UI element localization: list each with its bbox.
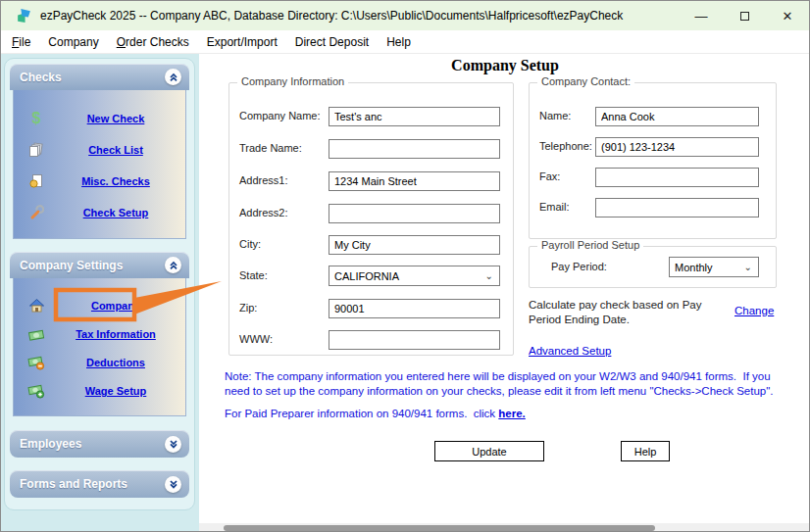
maximize-button[interactable]	[723, 1, 766, 30]
wrench-icon	[26, 204, 46, 221]
sidebar-item-deductions[interactable]: Deductions	[14, 350, 185, 375]
payroll-period-group: Payroll Period Setup Pay Period: Monthly…	[529, 246, 777, 288]
sidebar-item-check-setup[interactable]: Check Setup	[14, 198, 185, 227]
chevron-up-double-icon	[168, 72, 179, 83]
app-logo-icon	[16, 8, 32, 24]
sidebar-item-check-list[interactable]: Check List	[14, 135, 185, 165]
collapse-company-settings-button[interactable]	[165, 257, 181, 273]
sidebar-item-company[interactable]: Company	[14, 293, 185, 318]
chevron-down-icon: ⌄	[744, 262, 752, 272]
money-bill-icon	[26, 325, 46, 343]
www-input[interactable]	[329, 330, 500, 350]
company-information-legend: Company Information	[237, 75, 348, 87]
panel-employees: Employees	[10, 430, 189, 458]
wage-setup-link[interactable]: Wage Setup	[85, 385, 147, 397]
deductions-link[interactable]: Deductions	[86, 357, 145, 368]
menu-file[interactable]: File	[3, 32, 39, 52]
house-icon	[26, 297, 46, 314]
menu-help[interactable]: Help	[378, 32, 420, 52]
company-contact-legend: Company Contact:	[537, 75, 634, 87]
menu-order-checks[interactable]: Order Checks	[108, 32, 198, 52]
close-button[interactable]: ✕	[766, 1, 809, 30]
expand-forms-reports-button[interactable]	[165, 476, 181, 493]
sidebar: Checks $ New Check	[1, 54, 199, 532]
preparer-line: For Paid Preparer information on 940/941…	[225, 407, 785, 421]
change-link[interactable]: Change	[734, 305, 774, 316]
trade-name-input[interactable]	[329, 139, 500, 159]
scrollbar-thumb[interactable]	[224, 525, 655, 531]
panel-header-checks[interactable]: Checks	[10, 64, 189, 90]
company-link[interactable]: Company	[91, 300, 140, 312]
www-label: WWW:	[239, 333, 273, 345]
update-button[interactable]: Update	[434, 441, 544, 461]
help-button[interactable]: Help	[621, 441, 670, 461]
city-input[interactable]	[329, 235, 500, 255]
menu-direct-deposit[interactable]: Direct Deposit	[286, 32, 378, 52]
sidebar-item-misc-checks[interactable]: Misc. Checks	[14, 167, 185, 196]
email-input[interactable]	[595, 198, 759, 218]
panel-title-company-settings: Company Settings	[20, 259, 123, 272]
company-contact-group: Company Contact: Name: Telephone: Fax: E…	[529, 82, 777, 239]
address2-label: Address2:	[239, 207, 288, 218]
sidebar-container: Checks $ New Check	[4, 58, 195, 510]
zip-label: Zip:	[239, 302, 257, 314]
city-label: City:	[239, 238, 261, 250]
panel-body-checks: $ New Check Check List	[13, 90, 186, 239]
trade-name-label: Trade Name:	[239, 142, 302, 154]
sidebar-item-tax-information[interactable]: Tax Information	[14, 321, 185, 347]
title-bar: ezPayCheck 2025 -- Company ABC, Database…	[1, 1, 809, 30]
panel-header-forms-reports[interactable]: Forms and Reports	[10, 470, 189, 498]
company-name-input[interactable]	[329, 107, 500, 126]
preparer-text: For Paid Preparer information on 940/941…	[225, 408, 498, 419]
contact-name-input[interactable]	[595, 107, 759, 126]
main-content: Company Setup Company Information Compan…	[199, 54, 810, 532]
window-title: ezPayCheck 2025 -- Company ABC, Database…	[40, 9, 623, 23]
contact-name-label: Name:	[539, 110, 571, 121]
menu-bar: File Company Order Checks Export/Import …	[1, 30, 809, 54]
new-check-link[interactable]: New Check	[87, 113, 145, 124]
state-select[interactable]: CALIFORNIA ⌄	[329, 266, 500, 286]
payroll-period-legend: Payroll Period Setup	[537, 239, 643, 251]
fax-input[interactable]	[595, 168, 759, 187]
pay-period-select[interactable]: Monthly ⌄	[669, 257, 759, 277]
panel-forms-reports: Forms and Reports	[10, 470, 189, 498]
note-paragraph: Note: The company information you entere…	[225, 369, 785, 398]
telephone-input[interactable]	[595, 137, 759, 157]
panel-title-employees: Employees	[20, 437, 81, 451]
horizontal-scrollbar[interactable]	[199, 523, 810, 532]
sidebar-item-wage-setup[interactable]: Wage Setup	[14, 378, 185, 404]
pay-period-select-value: Monthly	[675, 262, 713, 273]
fax-label: Fax:	[539, 170, 560, 182]
panel-header-employees[interactable]: Employees	[10, 430, 189, 458]
address1-input[interactable]	[329, 171, 500, 191]
chevron-down-double-icon	[168, 478, 179, 490]
calc-note: Calculate pay check based on Pay Period …	[529, 298, 725, 327]
chevron-up-double-icon	[168, 260, 179, 271]
state-label: State:	[239, 269, 268, 281]
check-setup-link[interactable]: Check Setup	[83, 207, 149, 218]
panel-title-forms-reports: Forms and Reports	[20, 477, 127, 491]
panel-title-checks: Checks	[20, 71, 62, 84]
email-label: Email:	[539, 201, 570, 213]
app-window: ezPayCheck 2025 -- Company ABC, Database…	[0, 0, 810, 532]
collapse-checks-button[interactable]	[165, 69, 181, 85]
check-list-link[interactable]: Check List	[88, 144, 143, 156]
chevron-down-double-icon	[168, 438, 179, 450]
panel-company-settings: Company Settings	[10, 252, 189, 416]
expand-employees-button[interactable]	[165, 436, 181, 453]
page-title: Company Setup	[199, 57, 810, 74]
zip-input[interactable]	[329, 299, 500, 318]
misc-checks-link[interactable]: Misc. Checks	[81, 175, 150, 187]
minimize-button[interactable]: —	[680, 1, 723, 30]
tax-information-link[interactable]: Tax Information	[76, 328, 156, 340]
sidebar-item-new-check[interactable]: $ New Check	[14, 104, 185, 133]
document-coin-icon	[26, 172, 46, 190]
menu-export-import[interactable]: Export/Import	[198, 32, 286, 52]
company-name-label: Company Name:	[239, 110, 321, 121]
advanced-setup-link[interactable]: Advanced Setup	[529, 345, 611, 357]
state-select-value: CALIFORNIA	[334, 270, 399, 282]
address2-input[interactable]	[329, 204, 500, 223]
menu-company[interactable]: Company	[39, 32, 107, 52]
here-link[interactable]: here.	[498, 408, 526, 419]
panel-header-company-settings[interactable]: Company Settings	[10, 252, 189, 278]
